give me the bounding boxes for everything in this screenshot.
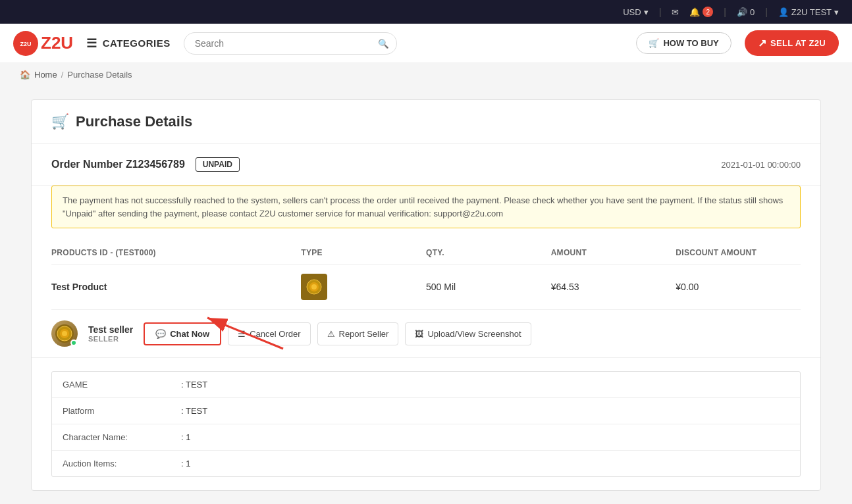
auction-label: Auction Items: — [52, 451, 171, 476]
page-title-area: 🛒 Purchase Details — [32, 100, 820, 144]
categories-label: CATEGORIES — [103, 38, 171, 49]
home-icon: 🏠 — [20, 70, 30, 80]
chat-now-label: Chat Now — [170, 329, 209, 339]
divider-1: | — [659, 7, 662, 17]
upload-screenshot-label: Upload/View Screenshot — [427, 329, 521, 339]
hamburger-icon: ☰ — [86, 36, 97, 51]
product-icon — [301, 274, 327, 300]
messages-icon-btn[interactable]: ✉ — [672, 7, 679, 17]
seller-avatar-wrap — [51, 320, 78, 347]
info-row-auction: Auction Items: : 1 — [52, 451, 800, 476]
warning-banner: The payment has not successfully reached… — [51, 186, 801, 228]
sell-button[interactable]: ↗ SELL AT Z2U — [745, 30, 839, 56]
order-header: Order Number Z123456789 UNPAID 2021-01-0… — [32, 144, 820, 186]
seller-info: Test seller SELLER — [88, 324, 133, 343]
seller-name: Test seller — [88, 324, 133, 335]
action-buttons: 💬 Chat Now ☰ Cancel Order ⚠ Report Selle… — [144, 322, 531, 345]
report-icon: ⚠ — [327, 329, 335, 339]
logo[interactable]: Z2U Z2U — [13, 31, 73, 56]
table-row: Test Product 500 Mil ¥64.53 — [51, 265, 801, 310]
col-type: TYPE — [301, 248, 426, 257]
order-table: PRODUCTS ID - (TEST000) TYPE QTY. AMOUNT… — [32, 241, 820, 310]
info-row-platform: Platform : TEST — [52, 398, 800, 424]
search-button[interactable]: 🔍 — [378, 38, 389, 48]
logo-text: Z2U — [41, 33, 73, 53]
svg-point-5 — [311, 284, 317, 290]
volume-btn[interactable]: 🔊 0 — [737, 7, 755, 17]
character-value: : 1 — [171, 424, 800, 450]
game-value: : TEST — [171, 372, 800, 397]
main-content: 🛒 Purchase Details Order Number Z1234567… — [11, 86, 841, 504]
platform-label: Platform — [52, 398, 171, 424]
divider-2: | — [724, 7, 726, 17]
col-product: PRODUCTS ID - (TEST000) — [51, 248, 301, 257]
table-header: PRODUCTS ID - (TEST000) TYPE QTY. AMOUNT… — [51, 241, 801, 265]
col-amount: AMOUNT — [551, 248, 676, 257]
search-bar: 🔍 — [184, 32, 397, 55]
divider-3: | — [765, 7, 768, 17]
breadcrumb: 🏠 Home / Purchase Details — [0, 63, 852, 86]
product-discount: ¥0.00 — [676, 282, 801, 292]
coin-count: 0 — [750, 7, 755, 17]
page-title: 🛒 Purchase Details — [51, 113, 801, 130]
chat-now-button[interactable]: 💬 Chat Now — [144, 322, 221, 345]
notification-badge: 2 — [703, 7, 713, 17]
user-icon: 👤 — [778, 7, 789, 17]
message-icon: ✉ — [672, 7, 679, 17]
game-label: GAME — [52, 372, 171, 397]
volume-icon: 🔊 — [737, 7, 747, 17]
product-type-icon — [301, 274, 426, 300]
online-indicator — [70, 340, 77, 346]
breadcrumb-current: Purchase Details — [67, 70, 132, 80]
auction-value: : 1 — [171, 451, 800, 476]
col-discount: DISCOUNT AMOUNT — [676, 248, 801, 257]
cart-title-icon: 🛒 — [51, 113, 69, 130]
currency-arrow-icon: ▾ — [644, 7, 649, 17]
breadcrumb-home[interactable]: Home — [34, 70, 57, 80]
svg-point-9 — [62, 331, 67, 336]
purchase-details-card: 🛒 Purchase Details Order Number Z1234567… — [31, 99, 821, 491]
character-label: Character Name: — [52, 424, 171, 450]
info-row-game: GAME : TEST — [52, 372, 800, 398]
product-qty: 500 Mil — [426, 282, 551, 292]
user-arrow-icon: ▾ — [834, 7, 839, 17]
sell-icon: ↗ — [758, 37, 766, 49]
chat-icon: 💬 — [155, 329, 166, 339]
col-qty: QTY. — [426, 248, 551, 257]
seller-label: SELLER — [88, 335, 133, 343]
game-info-table: GAME : TEST Platform : TEST Character Na… — [51, 371, 801, 477]
svg-text:Z2U: Z2U — [20, 41, 31, 47]
seller-row: Test seller SELLER 💬 Chat Now ☰ Cancel O… — [32, 310, 820, 358]
order-date: 2021-01-01 00:00:00 — [721, 160, 801, 170]
report-seller-label: Report Seller — [339, 329, 389, 339]
how-to-buy-label: HOW TO BUY — [663, 38, 718, 48]
product-name: Test Product — [51, 282, 301, 292]
product-amount: ¥64.53 — [551, 282, 676, 292]
sell-label: SELL AT Z2U — [770, 38, 826, 48]
user-menu-btn[interactable]: 👤 Z2U TEST ▾ — [778, 7, 839, 17]
report-seller-button[interactable]: ⚠ Report Seller — [317, 322, 399, 345]
bell-icon: 🔔 — [689, 7, 700, 17]
info-row-character: Character Name: : 1 — [52, 424, 800, 451]
search-icon: 🔍 — [378, 38, 389, 48]
logo-circle: Z2U — [13, 31, 38, 56]
cancel-order-button[interactable]: ☰ Cancel Order — [228, 322, 310, 345]
upload-screenshot-button[interactable]: 🖼 Upload/View Screenshot — [405, 322, 531, 345]
username-label: Z2U TEST — [791, 7, 832, 17]
cart-icon: 🛒 — [649, 38, 659, 48]
breadcrumb-separator: / — [61, 70, 64, 80]
cancel-order-label: Cancel Order — [250, 329, 300, 339]
order-status-badge: UNPAID — [196, 157, 240, 172]
platform-value: : TEST — [171, 398, 800, 424]
main-nav: Z2U Z2U ☰ CATEGORIES 🔍 🛒 HOW TO BUY ↗ SE… — [0, 24, 852, 63]
upload-icon: 🖼 — [415, 329, 423, 339]
how-to-buy-button[interactable]: 🛒 HOW TO BUY — [636, 32, 731, 54]
categories-button[interactable]: ☰ CATEGORIES — [86, 36, 171, 51]
top-bar: USD ▾ | ✉ 🔔 2 | 🔊 0 | 👤 Z2U TEST ▾ — [0, 0, 852, 24]
currency-selector[interactable]: USD ▾ — [623, 7, 648, 17]
currency-label: USD — [623, 7, 641, 17]
order-number: Order Number Z123456789 — [51, 159, 185, 170]
notifications-btn[interactable]: 🔔 2 — [689, 7, 713, 17]
cancel-icon: ☰ — [238, 329, 246, 339]
search-input[interactable] — [184, 32, 397, 55]
